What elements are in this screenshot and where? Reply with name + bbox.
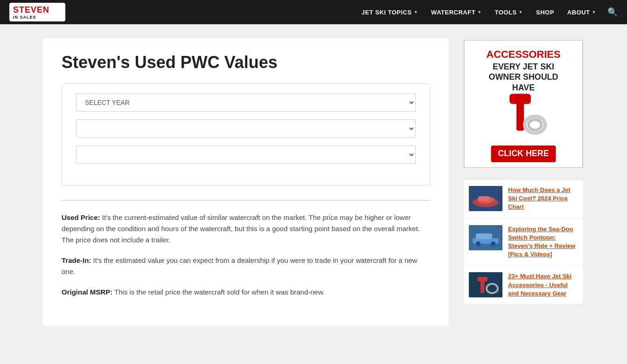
svg-rect-7: [509, 94, 531, 104]
nav-item-tools[interactable]: TOOLS ▼: [488, 9, 529, 16]
svg-text:CLICK HERE: CLICK HERE: [498, 149, 549, 158]
nav-label: ABOUT: [567, 9, 590, 16]
main-content: Steven's Used PWC Values SELECT YEAR 202…: [43, 38, 449, 326]
model-select-group: [76, 145, 416, 164]
sidebar: ACCESSORIES EVERY JET SKI OWNER SHOULD H…: [463, 38, 584, 305]
related-post-link[interactable]: How Much Does a Jet Ski Cost? 2024 Price…: [508, 186, 578, 212]
ad-image: ACCESSORIES EVERY JET SKI OWNER SHOULD H…: [463, 39, 584, 169]
nav-item-about[interactable]: ABOUT ▼: [561, 9, 603, 16]
used-price-label: Used Price:: [62, 213, 100, 221]
original-msrp-text: This is the retail price the watercraft …: [114, 288, 325, 296]
nav-label: SHOP: [536, 9, 554, 16]
svg-rect-15: [478, 196, 489, 201]
related-post-link[interactable]: 23+ Must Have Jet Ski Accessories - Usef…: [508, 272, 578, 298]
svg-text:OWNER SHOULD: OWNER SHOULD: [489, 72, 558, 82]
nav-item-jet-ski-topics[interactable]: JET SKI TOPICS ▼: [355, 9, 425, 16]
chevron-down-icon: ▼: [592, 10, 596, 14]
model-select[interactable]: [76, 145, 416, 164]
original-msrp-block: Original MSRP: This is the retail price …: [62, 287, 430, 298]
ad-graphic: ACCESSORIES EVERY JET SKI OWNER SHOULD H…: [463, 39, 584, 169]
year-select-group: SELECT YEAR 2024 2023 2022 2021 2020 201…: [76, 93, 416, 112]
page-wrapper: Steven's Used PWC Values SELECT YEAR 202…: [34, 24, 593, 340]
make-select-group: [76, 119, 416, 138]
make-select[interactable]: [76, 119, 416, 138]
ad-svg: ACCESSORIES EVERY JET SKI OWNER SHOULD H…: [463, 39, 584, 169]
nav-label: WATERCRAFT: [431, 9, 475, 16]
related-post-thumbnail: [469, 225, 502, 250]
svg-rect-23: [477, 277, 488, 282]
related-post-item[interactable]: Exploring the Sea-Doo Switch Pontoon: St…: [463, 219, 584, 266]
nav-label: JET SKI TOPICS: [362, 9, 412, 16]
original-msrp-label: Original MSRP:: [62, 288, 112, 296]
svg-point-19: [476, 241, 481, 246]
related-posts: How Much Does a Jet Ski Cost? 2024 Price…: [463, 179, 584, 305]
site-logo[interactable]: STEVEN IN SALES: [9, 3, 65, 21]
related-post-item[interactable]: 23+ Must Have Jet Ski Accessories - Usef…: [463, 266, 584, 304]
sidebar-ad[interactable]: ACCESSORIES EVERY JET SKI OWNER SHOULD H…: [463, 38, 584, 170]
chevron-down-icon: ▼: [519, 10, 523, 14]
navigation: STEVEN IN SALES JET SKI TOPICS ▼ WATERCR…: [0, 0, 627, 24]
section-divider: [62, 200, 430, 201]
nav-item-shop[interactable]: SHOP: [529, 9, 561, 16]
related-post-link[interactable]: Exploring the Sea-Doo Switch Pontoon: St…: [508, 225, 578, 259]
nav-label: TOOLS: [495, 9, 517, 16]
svg-point-20: [491, 241, 495, 246]
thumb-svg: [469, 272, 502, 297]
logo-sub: IN SALES: [13, 15, 49, 20]
nav-menu: JET SKI TOPICS ▼ WATERCRAFT ▼ TOOLS ▼ SH…: [355, 9, 603, 16]
pwc-form-box: SELECT YEAR 2024 2023 2022 2021 2020 201…: [62, 83, 430, 186]
thumb-svg: [469, 225, 502, 250]
year-select[interactable]: SELECT YEAR 2024 2023 2022 2021 2020 201…: [76, 93, 416, 112]
svg-text:EVERY JET SKI: EVERY JET SKI: [493, 62, 554, 71]
related-post-thumbnail: [469, 186, 502, 211]
used-price-text: It's the current-estimated value of simi…: [62, 213, 420, 244]
logo-text: STEVEN: [13, 5, 49, 14]
trade-in-text: It's the estimated value you can expect …: [62, 256, 417, 275]
trade-in-label: Trade-In:: [62, 256, 91, 264]
svg-text:ACCESSORIES: ACCESSORIES: [487, 48, 561, 60]
used-price-block: Used Price: It's the current-estimated v…: [62, 212, 430, 246]
svg-rect-18: [476, 234, 492, 239]
related-post-item[interactable]: How Much Does a Jet Ski Cost? 2024 Price…: [463, 179, 584, 219]
search-icon[interactable]: 🔍: [607, 7, 618, 17]
svg-rect-21: [469, 272, 502, 297]
svg-text:HAVE: HAVE: [512, 83, 535, 92]
trade-in-block: Trade-In: It's the estimated value you c…: [62, 255, 430, 277]
chevron-down-icon: ▼: [477, 10, 481, 14]
related-post-thumbnail: [469, 272, 502, 297]
thumb-svg: [469, 186, 502, 211]
page-title: Steven's Used PWC Values: [62, 52, 430, 72]
nav-item-watercraft[interactable]: WATERCRAFT ▼: [425, 9, 488, 16]
chevron-down-icon: ▼: [414, 10, 418, 14]
